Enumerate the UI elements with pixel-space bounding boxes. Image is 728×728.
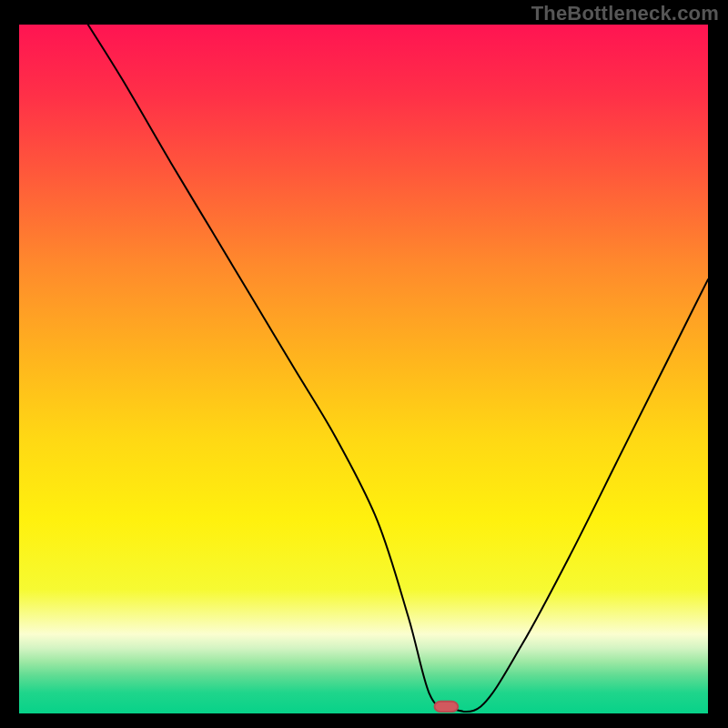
optimal-point-marker <box>434 702 458 712</box>
gradient-background <box>19 25 708 713</box>
bottleneck-chart <box>19 25 708 713</box>
chart-frame: TheBottleneck.com <box>0 0 728 728</box>
watermark-label: TheBottleneck.com <box>531 2 719 25</box>
